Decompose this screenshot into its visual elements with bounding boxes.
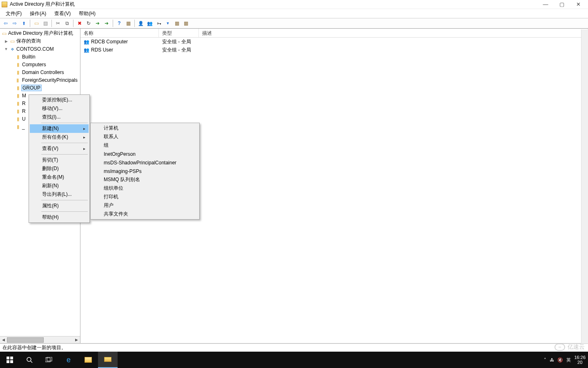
tree-node-computers[interactable]: Computers: [0, 61, 80, 68]
ctx-new-msmq[interactable]: MSMQ 队列别名: [91, 175, 198, 184]
tree-node-builtin[interactable]: Builtin: [0, 53, 80, 61]
context-menu[interactable]: 委派控制(E)... 移动(V)... 查找(I)... 新建(N) 所有任务(…: [29, 94, 90, 223]
search-button[interactable]: [20, 352, 39, 368]
back-button[interactable]: [2, 19, 10, 27]
ctx-move[interactable]: 移动(V)...: [30, 104, 89, 113]
cell-type: 安全组 - 全局: [159, 47, 199, 54]
node-label: R: [21, 108, 27, 114]
tree-horizontal-scrollbar[interactable]: ◀ ▶: [0, 336, 80, 343]
ime-indicator[interactable]: 英: [566, 357, 571, 363]
column-desc[interactable]: 描述: [199, 29, 588, 37]
node-label: Builtin: [21, 54, 36, 60]
ctx-delegate[interactable]: 委派控制(E)...: [30, 96, 89, 104]
find-button[interactable]: [173, 19, 181, 27]
tree-node-fsp[interactable]: ForeignSecurityPrincipals: [0, 76, 80, 84]
ctx-export[interactable]: 导出列表(L)...: [30, 190, 89, 199]
misc-button-2[interactable]: [182, 19, 190, 27]
maximize-button[interactable]: ▢: [554, 0, 570, 9]
ctx-new-computer[interactable]: 计算机: [91, 124, 198, 132]
windows-icon: [7, 357, 13, 363]
forward-button[interactable]: [11, 19, 19, 27]
cut-button[interactable]: [54, 19, 62, 27]
column-name[interactable]: 名称: [80, 29, 159, 37]
ctx-delete[interactable]: 删除(D): [30, 164, 89, 173]
ctx-separator: [41, 211, 88, 212]
folder-icon: [15, 124, 21, 130]
tree-domain[interactable]: ▼ CONTOSO.COM: [0, 45, 80, 53]
ctx-refresh[interactable]: 刷新(N): [30, 182, 89, 190]
refresh-button[interactable]: [85, 19, 93, 27]
menu-help[interactable]: 帮助(H): [76, 9, 99, 18]
explorer-button[interactable]: [78, 352, 98, 368]
close-button[interactable]: ✕: [570, 0, 586, 9]
app-icon: [2, 2, 7, 7]
node-label: M: [21, 93, 27, 99]
aduc-task-button[interactable]: [98, 352, 118, 368]
node-label: GROUP: [21, 85, 42, 91]
minimize-button[interactable]: —: [537, 0, 554, 9]
new-group-button[interactable]: [146, 19, 154, 27]
network-icon[interactable]: 🖧: [550, 357, 554, 362]
tree-root[interactable]: Active Directory 用户和计算机: [0, 29, 80, 37]
ctx-find[interactable]: 查找(I)...: [30, 113, 89, 121]
copy-button[interactable]: [63, 19, 71, 27]
list-row[interactable]: RDS User 安全组 - 全局: [80, 46, 588, 54]
list-row[interactable]: RDCB Computer 安全组 - 全局: [80, 38, 588, 46]
folder-icon: [15, 116, 21, 122]
new-ou-button[interactable]: [155, 19, 163, 27]
properties-button[interactable]: [41, 19, 49, 27]
collapse-icon[interactable]: ▼: [3, 47, 9, 51]
export-button[interactable]: [94, 19, 102, 27]
ctx-new-group[interactable]: 组: [91, 141, 198, 150]
saved-queries-label: 保存的查询: [16, 38, 42, 45]
export2-button[interactable]: [102, 19, 111, 27]
taskbar: e ˄ 🖧 🔇 英 16:26 20: [0, 352, 588, 368]
menu-action[interactable]: 操作(A): [27, 9, 49, 18]
column-type[interactable]: 类型: [159, 29, 199, 37]
new-user-button[interactable]: [137, 19, 145, 27]
ctx-new-msds[interactable]: msDS-ShadowPrincipalContainer: [91, 158, 198, 167]
ctx-new-shared-folder[interactable]: 共享文件夹: [91, 210, 198, 218]
delete-button[interactable]: [76, 19, 84, 27]
ctx-new[interactable]: 新建(N): [30, 124, 89, 133]
folder-icon: [15, 85, 21, 91]
menu-file[interactable]: 文件(F): [2, 9, 25, 18]
misc-button-1[interactable]: [124, 19, 132, 27]
ctx-view[interactable]: 查看(V): [30, 144, 89, 153]
app-icon: [104, 357, 111, 362]
context-submenu-new[interactable]: 计算机 联系人 组 InetOrgPerson msDS-ShadowPrinc…: [90, 123, 200, 220]
vertical-scrollbar[interactable]: [581, 29, 588, 343]
ctx-new-user[interactable]: 用户: [91, 201, 198, 210]
ctx-help[interactable]: 帮助(H): [30, 213, 89, 222]
ctx-new-inetorgperson[interactable]: InetOrgPerson: [91, 150, 198, 158]
ctx-new-msimaging[interactable]: msImaging-PSPs: [91, 167, 198, 175]
menu-view[interactable]: 查看(V): [51, 9, 74, 18]
ctx-properties[interactable]: 属性(R): [30, 202, 89, 210]
ctx-new-ou[interactable]: 组织单位: [91, 184, 198, 193]
tree-node-group[interactable]: GROUP: [0, 84, 80, 92]
date-text: 20: [574, 360, 586, 365]
tray-overflow-icon[interactable]: ˄: [544, 357, 546, 363]
ie-button[interactable]: e: [59, 352, 78, 368]
cell-name: RDCB Computer: [80, 39, 159, 45]
ctx-rename[interactable]: 重命名(M): [30, 173, 89, 182]
scroll-thumb[interactable]: [7, 337, 44, 343]
ctx-all-tasks[interactable]: 所有任务(K): [30, 133, 89, 141]
tree-saved-queries[interactable]: ▶ 保存的查询: [0, 37, 80, 45]
svg-rect-2: [7, 360, 9, 363]
ctx-new-contact[interactable]: 联系人: [91, 132, 198, 141]
tree-node-domain-controllers[interactable]: Domain Controllers: [0, 68, 80, 76]
expand-icon[interactable]: ▶: [3, 39, 9, 43]
clock[interactable]: 16:26 20: [574, 355, 586, 365]
start-button[interactable]: [0, 352, 20, 368]
up-button[interactable]: [20, 19, 28, 27]
task-view-button[interactable]: [39, 352, 59, 368]
volume-icon[interactable]: 🔇: [557, 357, 563, 363]
ctx-cut[interactable]: 剪切(T): [30, 156, 89, 164]
scroll-right-icon[interactable]: ▶: [73, 337, 80, 343]
help-button[interactable]: [115, 19, 123, 27]
scroll-left-icon[interactable]: ◀: [0, 337, 7, 343]
show-hide-tree-button[interactable]: [32, 19, 40, 27]
filter-button[interactable]: [164, 19, 172, 27]
ctx-new-printer[interactable]: 打印机: [91, 193, 198, 201]
